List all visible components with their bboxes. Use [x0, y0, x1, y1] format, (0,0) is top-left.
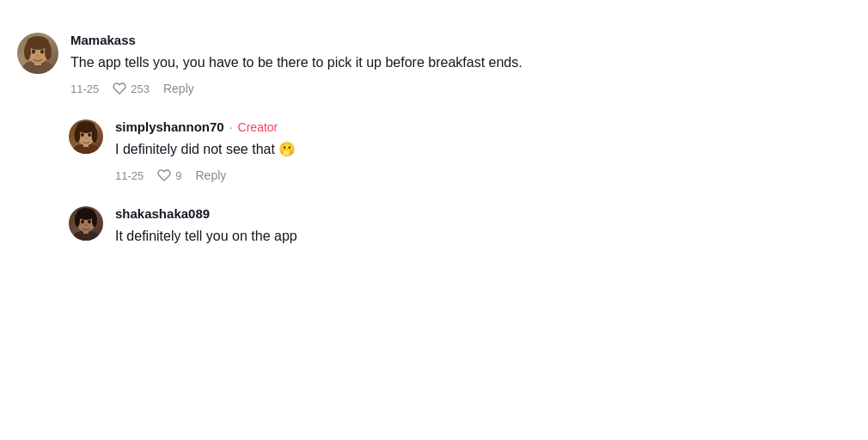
comment-body: Mamakass The app tells you, you have to … — [70, 33, 851, 95]
creator-badge: Creator — [238, 120, 278, 134]
avatar — [17, 33, 58, 74]
username: shakashaka089 — [115, 206, 210, 221]
dot-separator: · — [229, 120, 233, 134]
svg-point-23 — [92, 213, 97, 227]
like-button[interactable]: 9 — [157, 168, 181, 182]
comment-item: Mamakass The app tells you, you have to … — [17, 21, 851, 107]
username: Mamakass — [70, 33, 136, 47]
comment-date: 11-25 — [115, 169, 144, 182]
reply-button[interactable]: Reply — [195, 168, 226, 182]
like-button[interactable]: 253 — [113, 82, 150, 95]
svg-point-15 — [81, 133, 84, 137]
heart-icon — [157, 168, 171, 182]
svg-point-8 — [36, 55, 40, 58]
comment-text: It definitely tell you on the app — [115, 226, 851, 247]
like-count: 253 — [131, 82, 150, 95]
svg-point-4 — [24, 43, 31, 60]
svg-point-17 — [85, 138, 88, 139]
svg-point-5 — [45, 43, 52, 60]
comment-header: shakashaka089 — [115, 206, 851, 221]
comment-thread: Mamakass The app tells you, you have to … — [17, 21, 851, 259]
comment-item: shakashaka089 It definitely tell you on … — [17, 194, 851, 259]
comment-text: The app tells you, you have to be there … — [70, 52, 851, 73]
comment-actions: 11-25 253 Reply — [70, 82, 851, 95]
svg-point-16 — [88, 133, 91, 137]
comment-date: 11-25 — [70, 82, 99, 95]
svg-point-24 — [81, 220, 84, 223]
svg-point-26 — [85, 224, 88, 226]
comment-actions: 11-25 9 Reply — [115, 168, 851, 182]
comment-header: Mamakass — [70, 33, 851, 47]
heart-icon — [113, 82, 126, 95]
comment-text: I definitely did not see that 🫢 — [115, 139, 851, 160]
svg-point-14 — [92, 127, 98, 143]
svg-point-7 — [40, 50, 44, 54]
comment-item-reply: simplyshannon70 · Creator I definitely d… — [17, 107, 851, 194]
avatar — [69, 119, 103, 154]
svg-point-13 — [75, 127, 81, 143]
comment-body: shakashaka089 It definitely tell you on … — [115, 206, 851, 247]
comment-header: simplyshannon70 · Creator — [115, 119, 851, 134]
reply-button[interactable]: Reply — [163, 82, 194, 95]
svg-point-22 — [75, 213, 80, 227]
svg-point-6 — [32, 50, 35, 54]
svg-point-25 — [88, 220, 91, 223]
like-count: 9 — [175, 169, 181, 182]
avatar — [69, 206, 103, 241]
comment-body: simplyshannon70 · Creator I definitely d… — [115, 119, 851, 182]
username: simplyshannon70 — [115, 119, 224, 134]
